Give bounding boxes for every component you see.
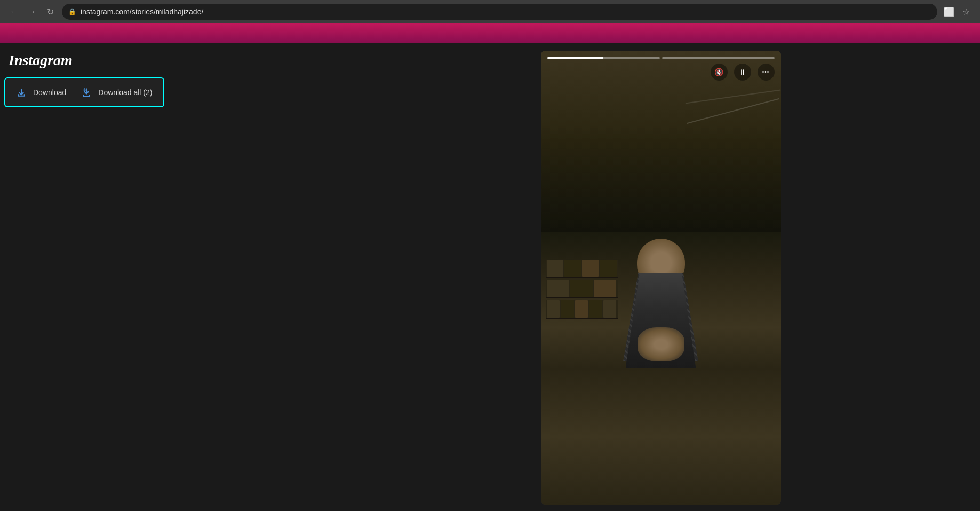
story-progress-bar (547, 57, 775, 59)
person-hands (638, 327, 684, 361)
download-icon (14, 85, 29, 100)
browser-toolbar: ← → ↻ 🔒 ⬜ ☆ (0, 0, 980, 23)
more-options-icon: ••• (762, 69, 770, 75)
book (575, 300, 588, 317)
book (547, 260, 563, 277)
nav-buttons: ← → ↻ (6, 4, 58, 19)
instagram-logo: Instagram (0, 52, 341, 75)
more-options-button[interactable]: ••• (758, 64, 775, 81)
download-all-icon (79, 85, 94, 100)
download-all-button[interactable]: Download all (2) (79, 85, 152, 100)
back-button[interactable]: ← (6, 4, 21, 19)
download-all-label: Download all (2) (98, 88, 152, 97)
mute-icon: 🔇 (714, 68, 723, 76)
toolbar-actions: ⬜ ☆ (942, 4, 974, 19)
book (582, 260, 599, 277)
download-all-svg-icon (81, 87, 92, 98)
book (589, 300, 602, 317)
tab-bar (0, 23, 980, 43)
book (561, 300, 574, 317)
book (564, 260, 581, 277)
url-input[interactable] (81, 7, 931, 16)
bookmark-button[interactable]: ☆ (959, 4, 974, 19)
book (547, 300, 560, 317)
page-content: Instagram Download (0, 43, 980, 511)
pause-button[interactable]: ⏸ (734, 64, 751, 81)
security-icon: 🔒 (68, 8, 76, 15)
progress-segment-1 (547, 57, 660, 59)
book (570, 280, 593, 297)
book (547, 280, 569, 297)
video-main-section (541, 232, 781, 368)
address-bar[interactable]: 🔒 (62, 4, 937, 20)
browser-chrome: ← → ↻ 🔒 ⬜ ☆ (0, 0, 980, 43)
download-button[interactable]: Download (14, 85, 66, 100)
story-viewer: 🔇 ⏸ ••• (341, 43, 980, 511)
download-svg-icon (16, 87, 27, 98)
extension-panel: Download Download all (2) (4, 77, 164, 107)
pause-icon: ⏸ (739, 68, 746, 76)
forward-button[interactable]: → (25, 4, 39, 19)
ceiling-line (686, 98, 779, 124)
left-panel: Instagram Download (0, 43, 341, 511)
video-bottom-section (541, 368, 781, 505)
refresh-button[interactable]: ↻ (43, 4, 58, 19)
progress-segment-2 (662, 57, 775, 59)
download-label: Download (33, 88, 66, 97)
cast-button[interactable]: ⬜ (942, 4, 957, 19)
story-frame (541, 51, 781, 505)
person-figure (602, 232, 720, 368)
story-container: 🔇 ⏸ ••• (541, 51, 781, 505)
mute-button[interactable]: 🔇 (711, 64, 728, 81)
progress-fill-1 (547, 57, 604, 59)
story-controls: 🔇 ⏸ ••• (711, 64, 775, 81)
